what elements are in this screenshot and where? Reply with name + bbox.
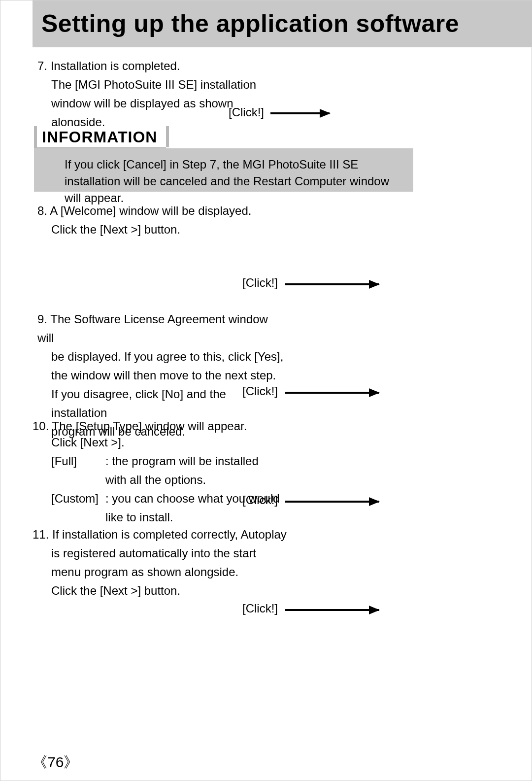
step-8-line2: Click the [Next >] button. — [37, 220, 284, 239]
step-10-full-val2: with all the options. — [105, 471, 307, 489]
step-10-full-val1: : the program will be installed — [105, 452, 307, 471]
arrow-icon — [285, 609, 379, 611]
step-7-line2: The [MGI PhotoSuite III SE] installation — [37, 75, 284, 94]
step-8-number: 8. — [37, 202, 47, 220]
information-box: If you click [Cancel] in Step 7, the MGI… — [34, 148, 413, 192]
information-heading: INFORMATION — [34, 126, 166, 150]
angle-bracket-right-icon: 》 — [64, 754, 78, 770]
step-8: 8. A [Welcome] window will be displayed.… — [37, 202, 284, 239]
arrow-icon — [285, 392, 379, 394]
step-9-line3: the window will then move to the next st… — [37, 366, 284, 385]
click-label-3: [Click!] — [242, 384, 278, 398]
step-11-line3: menu program as shown alongside. — [33, 563, 299, 581]
step-11-line4: Click the [Next >] button. — [33, 581, 299, 600]
step-10-custom-key: [Custom] — [51, 489, 105, 527]
step-9-line2: be displayed. If you agree to this, clic… — [37, 347, 284, 366]
click-label-5: [Click!] — [242, 602, 278, 615]
step-10-number: 10. — [33, 417, 49, 436]
click-label-4: [Click!] — [242, 493, 278, 507]
step-8-line1: A [Welcome] window will be displayed. — [50, 204, 251, 217]
manual-page: Setting up the application software 7. I… — [0, 0, 532, 781]
step-9-number: 9. — [37, 310, 47, 329]
step-11: 11. If installation is completed correct… — [33, 525, 299, 600]
arrow-icon — [285, 283, 379, 285]
step-10-line2: Click [Next >]. — [51, 433, 307, 452]
step-10-full-key: [Full] — [51, 452, 105, 489]
step-11-number: 11. — [33, 525, 49, 544]
page-number: 《76》 — [33, 752, 78, 773]
click-label-1: [Click!] — [229, 105, 264, 119]
click-label-2: [Click!] — [242, 276, 278, 290]
page-title: Setting up the application software — [41, 9, 459, 38]
step-10-body: Click [Next >]. [Full] : the program wil… — [51, 433, 307, 527]
step-9-line1: The Software License Agreement window wi… — [37, 312, 268, 344]
step-11-line2: is registered automatically into the sta… — [33, 544, 299, 563]
step-10-custom-val2: like to install. — [105, 508, 307, 527]
arrow-icon — [270, 112, 330, 114]
step-7-number: 7. — [37, 57, 47, 75]
step-7-line1: Installation is completed. — [51, 59, 180, 72]
arrow-icon — [285, 501, 379, 503]
page-number-value: 76 — [47, 754, 64, 770]
angle-bracket-left-icon: 《 — [33, 754, 47, 770]
step-11-line1: If installation is completed correctly, … — [52, 528, 287, 541]
step-10-line1: The [Setup Type] window will appear. — [52, 419, 247, 433]
